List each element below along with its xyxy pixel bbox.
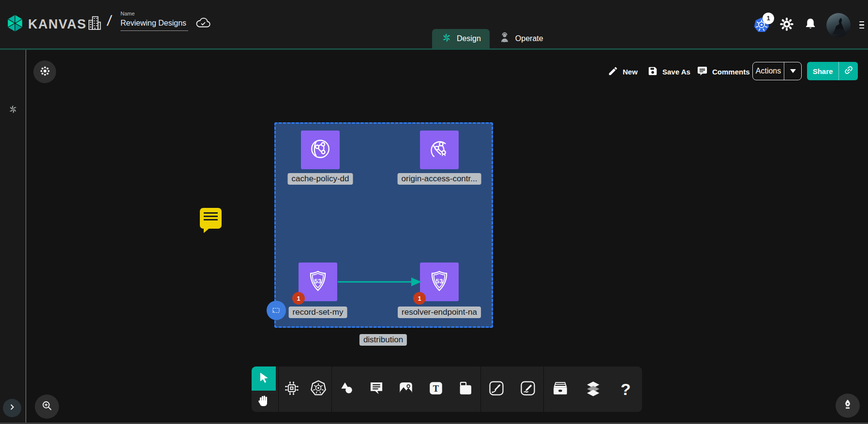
tab-operate[interactable]: Operate [490, 29, 552, 48]
tab-operate-label: Operate [515, 34, 543, 43]
breadcrumb-separator: / [106, 13, 113, 29]
tool-select[interactable] [252, 366, 276, 391]
kanvas-logo-text: KANVAS [28, 17, 87, 32]
node-cache-policy[interactable] [301, 131, 340, 169]
image-icon [398, 380, 414, 398]
magnifier-plus-icon [41, 399, 53, 414]
chip-icon [284, 380, 300, 398]
tab-design-label: Design [457, 34, 481, 43]
app-header: KANVAS / Name [0, 0, 868, 50]
save-as-button[interactable]: Save As [647, 63, 690, 80]
node-origin-access-control[interactable] [420, 131, 459, 169]
canvas-comment-marker[interactable] [200, 208, 222, 229]
help-question-icon: ? [621, 380, 631, 399]
tool-sticky-note[interactable] [454, 375, 477, 404]
operate-person-icon [498, 31, 511, 46]
layers-icon [584, 380, 602, 399]
user-avatar[interactable] [826, 13, 851, 37]
svg-text:53: 53 [436, 278, 443, 285]
copy-link-button[interactable] [838, 62, 858, 80]
header-right-actions: 1 [753, 0, 864, 50]
tool-layers[interactable] [582, 375, 605, 404]
pencil-new-icon [608, 66, 618, 78]
route53-record-set-icon: 53 [306, 269, 330, 295]
kubernetes-context-button[interactable]: 1 [753, 16, 770, 34]
tool-kubernetes[interactable] [307, 375, 330, 404]
sticky-note-icon [457, 380, 474, 398]
kanvas-app: KANVAS / Name [0, 0, 868, 424]
tool-pan[interactable] [256, 393, 271, 410]
node-label[interactable]: record-set-my [289, 307, 347, 318]
share-label: Share [807, 62, 838, 80]
svg-text:53: 53 [314, 278, 322, 285]
actions-caret-button[interactable] [784, 62, 801, 80]
meshery-spiral-icon[interactable] [8, 104, 18, 117]
new-label: New [623, 68, 638, 76]
design-name-caption: Name [120, 11, 188, 16]
group-name-label[interactable]: distribution [359, 334, 407, 346]
design-name-input[interactable] [120, 18, 188, 31]
caret-down-icon [790, 69, 796, 73]
chevron-right-icon [8, 403, 16, 413]
tool-text[interactable]: T [424, 375, 448, 404]
node-label[interactable]: origin-access-contr... [398, 173, 481, 185]
share-button[interactable]: Share [807, 62, 858, 80]
freehand-pencil-icon [519, 380, 537, 399]
tool-help[interactable]: ? [614, 375, 637, 404]
sidebar-expand-button[interactable] [3, 399, 21, 417]
cloudfront-cache-policy-icon [308, 136, 333, 163]
link-icon [843, 65, 854, 77]
comments-label: Comments [712, 68, 750, 76]
kubernetes-context-badge: 1 [763, 13, 774, 24]
tab-design[interactable]: Design [432, 29, 490, 48]
organization-building-icon[interactable] [87, 15, 102, 33]
cursor-arrow-icon [257, 371, 270, 386]
actions-label: Actions [753, 62, 784, 80]
save-as-label: Save As [662, 68, 690, 76]
dot-flower-icon [39, 65, 51, 79]
comments-bubble-icon [697, 65, 708, 78]
design-pen-button[interactable] [836, 394, 860, 418]
tool-comment[interactable] [365, 375, 388, 404]
zoom-in-button[interactable] [35, 395, 59, 419]
tool-image[interactable] [394, 375, 418, 404]
comment-lines-icon [204, 212, 218, 222]
tool-components[interactable] [280, 375, 303, 404]
kanvas-logo-icon [6, 14, 24, 35]
tool-freehand-pencil[interactable] [516, 375, 539, 404]
tool-edge-pen[interactable] [485, 375, 508, 404]
issue-count-badge[interactable]: 1 [413, 292, 426, 305]
comment-bubble-icon [368, 380, 385, 398]
svg-text:T: T [433, 384, 439, 394]
edge-record-set-to-resolver[interactable] [337, 276, 422, 288]
node-resolver-endpoint[interactable]: 53 [420, 263, 459, 301]
floppy-save-icon [647, 66, 658, 78]
mode-tabs: Design Operate [432, 29, 552, 48]
kubernetes-wheel-icon [310, 380, 327, 399]
kanvas-logo[interactable]: KANVAS [6, 14, 87, 35]
settings-gear-icon[interactable] [779, 16, 794, 34]
text-icon: T [428, 380, 444, 398]
comments-button[interactable]: Comments [697, 63, 750, 80]
canvas-quick-menu-button[interactable] [33, 60, 56, 83]
actions-dropdown-button[interactable]: Actions [752, 62, 802, 80]
menu-icon[interactable] [859, 19, 864, 31]
edge-pen-icon [488, 380, 505, 399]
tool-drawer[interactable] [549, 375, 572, 404]
cloud-synced-icon [195, 16, 211, 31]
hand-icon [256, 401, 271, 409]
cloudfront-origin-access-control-icon [427, 136, 452, 163]
drawer-icon [552, 380, 569, 399]
new-button[interactable]: New [608, 63, 638, 80]
notifications-bell-icon[interactable] [803, 17, 818, 33]
canvas-toolbar: T [252, 366, 642, 412]
route53-resolver-endpoint-icon: 53 [427, 269, 451, 295]
left-sidebar [0, 50, 26, 424]
node-label[interactable]: cache-policy-dd [287, 173, 353, 185]
issue-count-badge[interactable]: 1 [292, 292, 305, 305]
tool-shapes[interactable] [335, 375, 359, 404]
design-spiral-icon [441, 32, 452, 45]
group-select-handle[interactable] [267, 301, 286, 320]
design-name-group: Name [120, 11, 188, 31]
node-label[interactable]: resolver-endpoint-na [398, 307, 481, 318]
